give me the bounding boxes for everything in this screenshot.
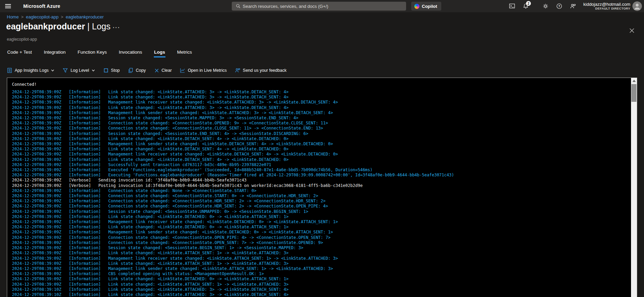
breadcrumb-link-eaglebankproducer[interactable]: eaglebankproducer — [66, 14, 104, 19]
tab-list: Code + TestIntegrationFunction KeysInvoc… — [7, 46, 192, 57]
log-line: 2024-12-29T08:39:09Z [Information] Manag… — [12, 110, 631, 116]
svg-text:?: ? — [558, 4, 560, 8]
tab-integration[interactable]: Integration — [43, 46, 66, 57]
log-line: 2024-12-29T08:39:09Z [Information] Execu… — [12, 173, 631, 178]
stop-button[interactable]: Stop — [103, 68, 120, 73]
person-feedback-icon — [235, 68, 240, 73]
clear-x-icon — [154, 68, 159, 73]
log-line: 2024-12-29T08:39:09Z [Information] Conne… — [12, 240, 631, 245]
log-line: 2024-12-29T08:39:09Z [Information] Conne… — [12, 188, 631, 193]
log-line: 2024-12-29T08:39:09Z [Information] Link … — [12, 95, 631, 100]
log-line: 2024-12-29T08:39:09Z [Information] Link … — [12, 214, 631, 219]
breadcrumb-link-home[interactable]: Home — [7, 14, 19, 19]
clear-button[interactable]: Clear — [154, 68, 172, 73]
log-line: 2024-12-29T08:39:09Z [Information] Manag… — [12, 219, 631, 225]
console-connected-text: Connected! — [12, 82, 631, 87]
stop-icon — [103, 68, 109, 73]
send-feedback-button[interactable]: Send us your feedback — [235, 68, 286, 73]
tab-function-keys[interactable]: Function Keys — [77, 46, 107, 57]
log-line: 2024-12-29T08:39:09Z [Information] Manag… — [12, 256, 631, 261]
notifications-icon[interactable]: 2 — [519, 0, 533, 12]
cloud-shell-icon[interactable] — [505, 0, 519, 12]
page-title-name: eaglebankproducer — [6, 22, 85, 31]
log-line: 2024-12-29T08:39:09Z [Information] Sessi… — [12, 116, 631, 121]
log-line: 2024-12-29T08:39:09Z [Information] Link … — [12, 147, 631, 152]
log-line: 2024-12-29T08:39:09Z [Information] Link … — [12, 225, 631, 230]
logs-toolbar: App Insights LogsLog LevelStopCopyClearO… — [7, 66, 286, 75]
hamburger-menu-icon[interactable] — [0, 0, 16, 12]
log-line: 2024-12-29T08:39:09Z [Information] Link … — [12, 251, 631, 256]
log-line: 2024-12-29T08:39:09Z [Verbose] Sending i… — [12, 178, 631, 183]
filter-icon — [63, 68, 68, 73]
feedback-icon[interactable] — [566, 0, 580, 12]
open-live-metrics-label: Open in Live Metrics — [188, 68, 227, 73]
log-line: 2024-12-29T08:39:09Z [Information] Succe… — [12, 162, 631, 167]
log-line: 2024-12-29T08:39:09Z [Information] Manag… — [12, 141, 631, 147]
brand-title[interactable]: Microsoft Azure — [23, 3, 60, 9]
send-feedback-label: Send us your feedback — [243, 68, 286, 73]
close-icon[interactable] — [629, 28, 634, 35]
tab-logs[interactable]: Logs — [154, 46, 165, 57]
open-live-metrics-button[interactable]: Open in Live Metrics — [180, 68, 227, 73]
page-subtitle: eaglecopilot-app — [7, 37, 37, 42]
global-search[interactable] — [232, 2, 406, 11]
log-console: Connected! 2024-12-29T08:39:09Z [Informa… — [7, 78, 637, 297]
search-icon — [236, 4, 241, 9]
log-line: 2024-12-29T08:39:09Z [Information] Link … — [12, 90, 631, 95]
log-console-content: Connected! 2024-12-29T08:39:09Z [Informa… — [7, 78, 631, 297]
page-title: eaglebankproducer | Logs — [6, 22, 110, 31]
copy-label: Copy — [136, 68, 146, 73]
log-line: 2024-12-29T08:39:09Z [Information] CBS c… — [12, 271, 631, 276]
app-insights-logs-button[interactable]: App Insights Logs — [7, 68, 54, 73]
clear-label: Clear — [162, 68, 172, 73]
console-scrollbar[interactable] — [631, 78, 637, 297]
copy-icon — [128, 68, 133, 73]
breadcrumb-link-eaglecopilot-app[interactable]: eaglecopilot-app — [26, 14, 58, 19]
scrollbar-thumb[interactable] — [631, 84, 636, 102]
account-email: kiddojazz@hotmail.com — [583, 2, 630, 7]
search-input[interactable] — [243, 4, 403, 9]
tab-metrics[interactable]: Metrics — [177, 46, 192, 57]
log-line: 2024-12-29T08:39:09Z [Information] Manag… — [12, 152, 631, 157]
log-line: 2024-12-29T08:39:09Z [Information] Link … — [12, 282, 631, 287]
log-line: 2024-12-29T08:39:09Z [Information] Link … — [12, 157, 631, 162]
log-line: 2024-12-29T08:39:09Z [Information] Manag… — [12, 266, 631, 271]
log-level-label: Log Level — [70, 68, 89, 73]
log-level-button[interactable]: Log Level — [63, 68, 95, 73]
log-line: 2024-12-29T08:39:09Z [Verbose] Posting i… — [12, 183, 631, 188]
help-icon[interactable]: ? — [552, 0, 566, 12]
notification-badge: 2 — [526, 1, 531, 6]
breadcrumb: Home>eaglecopilot-app>eaglebankproducer — [7, 14, 104, 19]
scrollbar-up-icon[interactable] — [631, 78, 637, 84]
log-line: 2024-12-29T08:39:09Z [Information] Link … — [12, 276, 631, 282]
tab-invocations[interactable]: Invocations — [119, 46, 143, 57]
copy-button[interactable]: Copy — [128, 68, 146, 73]
log-line: 2024-12-29T08:39:09Z [Information] Manag… — [12, 230, 631, 235]
page-title-suffix: | Logs — [88, 22, 111, 31]
log-line: 2024-12-29T08:39:09Z [Information] Conne… — [12, 235, 631, 240]
log-line: 2024-12-29T08:39:10Z [Information] Link … — [12, 292, 631, 297]
account-menu[interactable]: kiddojazz@hotmail.com DEFAULT DIRECTORY — [583, 0, 630, 12]
logs-list-icon — [7, 68, 12, 73]
log-line: 2024-12-29T08:39:09Z [Information] Conne… — [12, 193, 631, 199]
copilot-button[interactable]: Copilot — [411, 2, 441, 11]
top-icon-row: 2 ? — [505, 0, 580, 12]
copilot-icon — [414, 4, 419, 9]
app-insights-logs-label: App Insights Logs — [15, 68, 49, 73]
more-options-icon[interactable] — [113, 25, 120, 31]
log-line: 2024-12-29T08:39:09Z [Information] Conne… — [12, 121, 631, 126]
log-line: 2024-12-29T08:39:09Z [Information] Conne… — [12, 199, 631, 204]
log-line: 2024-12-29T08:39:09Z [Information] Sessi… — [12, 131, 631, 136]
log-line: 2024-12-29T08:39:10Z [Information] Link … — [12, 287, 631, 292]
log-line: 2024-12-29T08:39:09Z [Information] Link … — [12, 261, 631, 266]
account-directory: DEFAULT DIRECTORY — [595, 7, 630, 11]
avatar[interactable] — [632, 1, 642, 11]
azure-portal-page: Microsoft Azure Copilot — [0, 0, 644, 297]
tab-code-test[interactable]: Code + Test — [7, 46, 32, 57]
log-line: 2024-12-29T08:39:09Z [Information] Link … — [12, 136, 631, 141]
log-line-list: 2024-12-29T08:39:09Z [Information] Link … — [12, 90, 631, 297]
top-bar: Microsoft Azure Copilot — [0, 0, 644, 12]
settings-gear-icon[interactable] — [539, 0, 552, 12]
stop-label: Stop — [111, 68, 120, 73]
log-line: 2024-12-29T08:39:09Z [Information] Conne… — [12, 126, 631, 131]
